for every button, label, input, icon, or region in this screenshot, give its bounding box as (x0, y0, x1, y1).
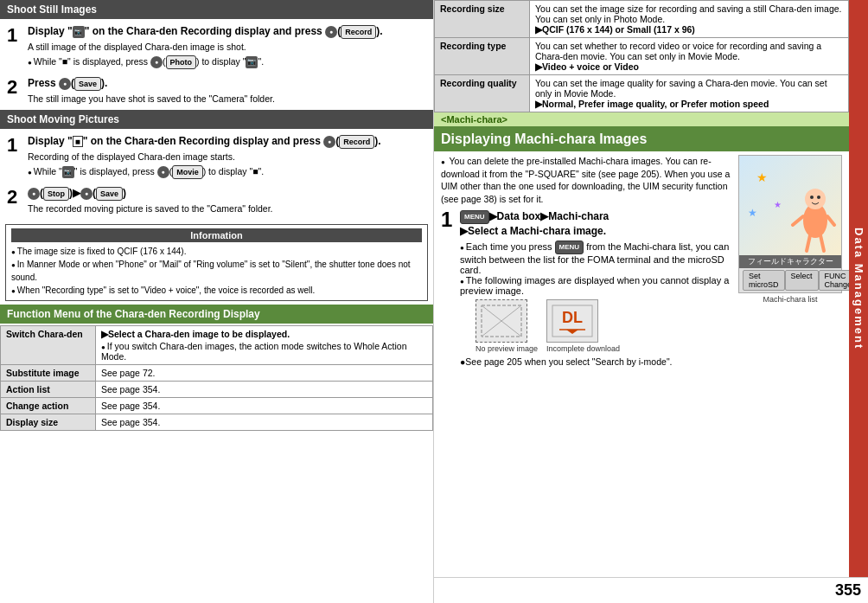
stop-btn[interactable]: Stop (43, 187, 69, 201)
svg-point-3 (810, 196, 814, 199)
right-row-recording-type: Recording type You can set whether to re… (435, 38, 849, 75)
menu-icon-2: MENU (555, 241, 584, 254)
page-number: 355 (835, 581, 861, 600)
machi-figure: ★ ★ ★ フィールドキャラクター Set microSD (738, 155, 842, 305)
save-btn-2[interactable]: Save (96, 187, 123, 201)
svg-text:DL: DL (562, 309, 583, 326)
machi-figure-inner: ★ ★ ★ (739, 156, 841, 255)
stop-circle-btn: ● (28, 188, 40, 200)
bottom-row: 355 (434, 577, 868, 603)
info-item-3: When "Recording type" is set to "Video +… (11, 284, 422, 297)
machi-figure-caption: Machi-chara list (738, 293, 842, 305)
no-preview-item: No preview image (475, 299, 538, 353)
machi-char-svg: ★ ★ ★ (739, 156, 841, 255)
rec-circle-btn: ● (323, 136, 335, 148)
right-column: Recording size You can set the image siz… (434, 0, 868, 603)
svg-text:★: ★ (774, 200, 782, 209)
svg-text:★: ★ (748, 207, 757, 219)
func-row-action-list: Action list See page 354. (1, 381, 433, 397)
photo-btn[interactable]: Photo (166, 55, 197, 69)
left-column: Shoot Still Images 1 Display "📷" on the … (0, 0, 434, 603)
movie-btn[interactable]: Movie (172, 165, 203, 179)
no-preview-svg (480, 304, 523, 338)
func-menu-table: Switch Chara-den ▶Select a Chara-den ima… (0, 325, 433, 431)
still-step-1: 1 Display "📷" on the Chara-den Recording… (3, 21, 430, 73)
machi-chara-section: <Machi-chara> Displaying Machi-chara Ima… (434, 112, 849, 370)
func-menu-header: Function Menu of the Chara-den Recording… (0, 305, 433, 324)
no-preview-box (475, 299, 527, 343)
menu-icon: MENU (460, 210, 489, 224)
shoot-still-header: Shoot Still Images (0, 0, 433, 19)
right-body: Recording size You can set the image siz… (434, 0, 868, 577)
machi-body: ★ ★ ★ フィールドキャラクター Set microSD (434, 151, 849, 370)
right-row-recording-size: Recording size You can set the image siz… (435, 1, 849, 38)
machi-softkeys: Set microSD Select FUNC Change (739, 268, 841, 292)
record-btn[interactable]: Record (341, 25, 376, 39)
func-change-btn[interactable]: FUNC Change (819, 270, 849, 291)
info-item-1: The image size is fixed to QCIF (176 x 1… (11, 245, 422, 258)
svg-point-4 (817, 196, 820, 199)
func-row-substitute: Substitute image See page 72. (1, 364, 433, 381)
movie-circle-btn: ● (157, 166, 169, 178)
square-icon: ■ (73, 136, 83, 147)
preview-row: No preview image DL (475, 299, 733, 353)
machi-step-bullet-2: The following images are displayed when … (460, 275, 733, 296)
photo-circle-btn: ● (150, 56, 163, 68)
machi-figure-box: ★ ★ ★ フィールドキャラクター Set microSD (738, 155, 842, 293)
record-btn-2[interactable]: Record (339, 135, 374, 149)
incomplete-svg: DL (551, 304, 594, 338)
func-row-change-action: Change action See page 354. (1, 397, 433, 414)
save-btn[interactable]: Save (74, 77, 101, 91)
moving-step-2: 2 ●(Stop)▶●(Save) The recorded moving pi… (3, 183, 430, 219)
moving-step-1: 1 Display "■" on the Chara-den Recording… (3, 131, 430, 183)
save-circle-btn: ● (59, 78, 71, 90)
func-row-switch: Switch Chara-den ▶Select a Chara-den ima… (1, 325, 433, 364)
circle-btn: ● (325, 26, 337, 38)
cam-icon-3: 📷 (62, 166, 74, 178)
svg-text:★: ★ (756, 170, 768, 184)
camera-icon: 📷 (73, 26, 85, 38)
machi-figure-label: フィールドキャラクター (739, 255, 841, 268)
incomplete-box: DL (546, 299, 598, 343)
machi-label: <Machi-chara> (434, 112, 849, 127)
machi-title: Displaying Machi-chara Images (434, 127, 849, 151)
func-row-display-size: Display size See page 354. (1, 414, 433, 430)
machi-step-1: 1 MENU▶Data box▶Machi-chara▶Select a Mac… (441, 209, 733, 368)
right-row-recording-quality: Recording quality You can set the image … (435, 75, 849, 112)
svg-rect-0 (739, 156, 841, 255)
info-box: Information The image size is fixed to Q… (5, 224, 428, 301)
info-box-header: Information (11, 228, 422, 242)
see-also: ●See page 205 when you select "Search by… (460, 356, 733, 367)
cam-icon-2: 📷 (246, 56, 258, 68)
right-table: Recording size You can set the image siz… (434, 0, 849, 112)
shoot-moving-header: Shoot Moving Pictures (0, 110, 433, 129)
incomplete-label: Incomplete download (546, 344, 620, 353)
select-btn[interactable]: Select (785, 270, 819, 291)
set-microsd-btn[interactable]: Set microSD (743, 270, 785, 291)
incomplete-item: DL Incomplete download (546, 299, 620, 353)
no-preview-label: No preview image (475, 344, 538, 353)
data-management-sidebar: Data Management (849, 0, 868, 577)
svg-point-2 (805, 189, 826, 209)
machi-step-bullet-1: Each time you press MENU from the Machi-… (460, 241, 733, 275)
still-step-2: 2 Press ●(Save). The still image you hav… (3, 73, 430, 109)
save2-circle-btn: ● (80, 188, 93, 200)
info-item-2: In Manner Mode or when "Phone" or "Mail"… (11, 258, 422, 284)
